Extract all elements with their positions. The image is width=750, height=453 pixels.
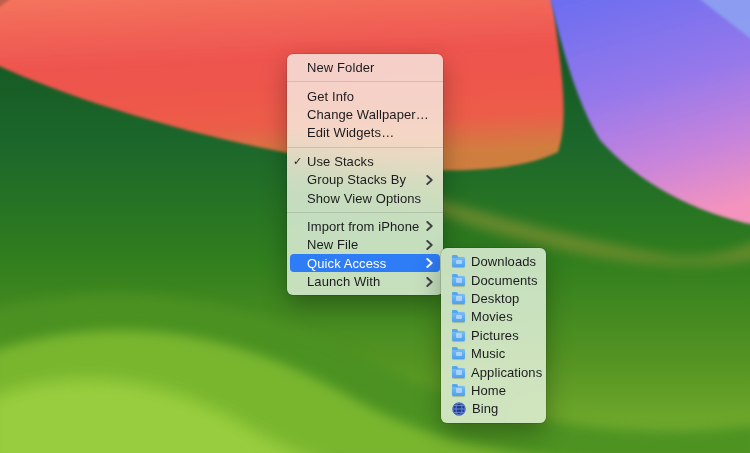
submenu-item-label: Desktop: [471, 291, 519, 306]
menu-item-group-stacks-by[interactable]: Group Stacks By: [287, 170, 443, 188]
menu-item-label: Show View Options: [307, 191, 421, 206]
home-folder-icon: [452, 386, 465, 396]
submenu-item-music[interactable]: Music: [441, 344, 546, 362]
menu-separator: [287, 212, 443, 213]
menu-item-launch-with[interactable]: Launch With: [287, 272, 443, 290]
submenu-arrow-icon: [426, 175, 433, 185]
submenu-arrow-icon: [426, 221, 433, 231]
submenu-item-label: Home: [471, 383, 506, 398]
menu-item-label: Group Stacks By: [307, 172, 406, 187]
movies-folder-icon: [452, 312, 465, 322]
submenu-item-label: Documents: [471, 273, 538, 288]
submenu-item-label: Bing: [472, 401, 498, 416]
context-menu: New Folder Get Info Change Wallpaper… Ed…: [287, 54, 443, 295]
menu-item-new-folder[interactable]: New Folder: [287, 59, 443, 77]
menu-item-get-info[interactable]: Get Info: [287, 87, 443, 105]
menu-item-label: Edit Widgets…: [307, 125, 394, 140]
menu-separator: [287, 147, 443, 148]
pictures-folder-icon: [452, 331, 465, 341]
submenu-arrow-icon: [426, 277, 433, 287]
menu-item-import-from-iphone[interactable]: Import from iPhone: [287, 217, 443, 235]
menu-item-label: Use Stacks: [307, 154, 374, 169]
submenu-item-label: Downloads: [471, 254, 536, 269]
menu-item-label: Import from iPhone: [307, 219, 419, 234]
desktop-folder-icon: [452, 294, 465, 304]
submenu-item-applications[interactable]: Applications: [441, 363, 546, 381]
applications-folder-icon: [452, 368, 465, 378]
desktop[interactable]: New Folder Get Info Change Wallpaper… Ed…: [0, 0, 750, 453]
submenu-item-pictures[interactable]: Pictures: [441, 326, 546, 344]
submenu-item-label: Music: [471, 346, 505, 361]
submenu-item-documents[interactable]: Documents: [441, 271, 546, 289]
menu-item-edit-widgets[interactable]: Edit Widgets…: [287, 124, 443, 142]
menu-item-label: Launch With: [307, 274, 380, 289]
checkmark-icon: ✓: [293, 155, 302, 168]
submenu-item-label: Movies: [471, 309, 513, 324]
submenu-item-downloads[interactable]: Downloads: [441, 253, 546, 271]
submenu-item-home[interactable]: Home: [441, 381, 546, 399]
downloads-folder-icon: [452, 257, 465, 267]
menu-item-new-file[interactable]: New File: [287, 236, 443, 254]
menu-item-label: Quick Access: [307, 256, 386, 271]
menu-item-label: Get Info: [307, 89, 354, 104]
menu-item-show-view-options[interactable]: Show View Options: [287, 189, 443, 207]
documents-folder-icon: [452, 276, 465, 286]
submenu-arrow-icon: [426, 240, 433, 250]
submenu-arrow-icon: [426, 258, 433, 268]
submenu-item-bing[interactable]: Bing: [441, 400, 546, 418]
submenu-item-label: Applications: [471, 365, 542, 380]
menu-item-label: New Folder: [307, 60, 374, 75]
menu-item-quick-access[interactable]: Quick Access: [290, 254, 440, 272]
menu-item-change-wallpaper[interactable]: Change Wallpaper…: [287, 105, 443, 123]
submenu-item-movies[interactable]: Movies: [441, 308, 546, 326]
globe-icon: [452, 402, 466, 416]
menu-separator: [287, 81, 443, 82]
quick-access-submenu: Downloads Documents Desktop Movies Pictu…: [441, 248, 546, 423]
submenu-item-desktop[interactable]: Desktop: [441, 289, 546, 307]
menu-item-label: Change Wallpaper…: [307, 107, 429, 122]
menu-item-use-stacks[interactable]: ✓ Use Stacks: [287, 152, 443, 170]
submenu-item-label: Pictures: [471, 328, 519, 343]
menu-item-label: New File: [307, 237, 358, 252]
music-folder-icon: [452, 349, 465, 359]
